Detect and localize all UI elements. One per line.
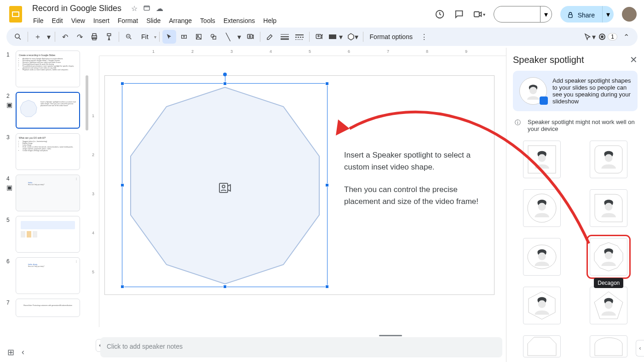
menu-format[interactable]: Format (114, 15, 142, 26)
menu-insert[interactable]: Insert (90, 15, 113, 26)
record-icon[interactable] (598, 30, 606, 44)
redo-button[interactable]: ↷ (73, 30, 86, 44)
svg-rect-6 (569, 15, 572, 18)
mask-shape-icon[interactable]: ▾ (327, 30, 345, 44)
motion-icon[interactable]: ▾ (583, 30, 597, 44)
image-tool-icon[interactable] (192, 30, 206, 44)
svg-point-18 (249, 35, 250, 37)
slide-canvas[interactable]: Insert a Speaker spotlight to select a c… (104, 75, 494, 295)
resize-handle[interactable] (121, 82, 124, 85)
line-dropdown-icon[interactable]: ▾ (236, 30, 242, 44)
menu-help[interactable]: Help (259, 15, 280, 26)
speaker-spotlight-tool-icon[interactable] (243, 30, 257, 44)
comments-icon[interactable] (454, 9, 465, 20)
info-icon: ⓘ (515, 119, 523, 132)
collapse-filmstrip-icon[interactable]: ‹ (22, 347, 24, 357)
border-color-icon[interactable] (263, 30, 277, 44)
title-area: Record in Google Slides ☆ ☁ File Edit Vi… (29, 3, 280, 26)
star-icon[interactable]: ☆ (131, 4, 138, 13)
resize-handle[interactable] (121, 285, 124, 288)
menu-bar: File Edit View Insert Format Slide Arran… (29, 15, 280, 26)
search-menus-icon[interactable] (11, 30, 25, 44)
shape-decagon[interactable]: Decagon (590, 238, 627, 276)
resize-handle[interactable] (325, 183, 329, 187)
slide-thumbnail-5[interactable] (16, 216, 80, 253)
slide-thumbnail-2[interactable]: Insert a Speaker spotlight to select a c… (16, 92, 80, 129)
slide-thumbnail-6[interactable]: Hello, AndyHow can I help you today?⋮ (16, 257, 80, 294)
shape-square[interactable] (523, 141, 561, 178)
slideshow-dropdown-icon[interactable]: ▾ (540, 6, 552, 22)
side-panel-toggle-icon[interactable]: ‹ (636, 340, 644, 356)
zoom-out-icon[interactable] (122, 30, 136, 44)
select-tool-icon[interactable] (162, 30, 176, 44)
svg-marker-31 (20, 100, 37, 117)
resize-handle[interactable] (325, 82, 329, 85)
textbox-tool-icon[interactable] (177, 30, 191, 44)
menu-file[interactable]: File (29, 15, 47, 26)
undo-button[interactable]: ↶ (58, 30, 72, 44)
border-weight-icon[interactable] (278, 30, 292, 44)
notes-resize-handle[interactable] (379, 335, 402, 336)
menu-slide[interactable]: Slide (143, 15, 164, 26)
border-dash-icon[interactable] (293, 30, 306, 44)
resize-handle[interactable] (325, 285, 329, 288)
menu-extensions[interactable]: Extensions (220, 15, 259, 26)
menu-edit[interactable]: Edit (48, 15, 67, 26)
canvas[interactable]: 123456789 12345 Insert a Speaker spotlig… (89, 48, 506, 362)
line-tool-icon[interactable]: ╲ (221, 30, 235, 44)
menu-tools[interactable]: Tools (196, 15, 219, 26)
sidebar-info-box: Add speaker spotlight shapes to your sli… (513, 71, 638, 111)
filmstrip[interactable]: 1 Create a recording in Google SlidesAva… (0, 48, 89, 362)
svg-rect-9 (92, 34, 96, 36)
shape-octagon-cut[interactable] (523, 335, 561, 357)
shape-hexagon[interactable] (523, 287, 561, 324)
presence-badge[interactable]: 1 (608, 33, 617, 40)
menu-arrange[interactable]: Arrange (165, 15, 196, 26)
svg-marker-28 (348, 34, 354, 40)
shape-rounded-corner[interactable] (590, 189, 627, 227)
paint-format-icon[interactable] (102, 30, 116, 44)
share-button[interactable]: Share ▾ (560, 6, 614, 23)
history-icon[interactable] (434, 9, 445, 20)
meet-icon[interactable]: ▾ (473, 9, 485, 20)
grid-view-icon[interactable]: ⊞ (7, 347, 14, 357)
resize-handle[interactable] (223, 82, 227, 85)
new-slide-button[interactable]: ＋ (31, 30, 45, 44)
shape-rounded-square[interactable] (590, 141, 627, 178)
shape-arch[interactable] (590, 335, 627, 357)
share-dropdown-icon[interactable]: ▾ (602, 6, 614, 23)
slideshow-button[interactable]: Slideshow ▾ (494, 6, 552, 23)
rotation-handle[interactable] (223, 73, 227, 76)
shape-circle[interactable] (523, 189, 561, 227)
more-tools-icon[interactable]: ⋮ (417, 30, 431, 44)
replace-shape-icon[interactable] (312, 30, 326, 44)
slide-thumbnail-3[interactable]: What can you DO with AI?Suggest ideas (i… (16, 133, 80, 170)
svg-point-37 (529, 87, 537, 94)
new-slide-dropdown-icon[interactable]: ▾ (46, 30, 52, 44)
shape-tool-icon[interactable] (207, 30, 220, 44)
selected-shape[interactable] (122, 83, 328, 287)
print-icon[interactable] (87, 30, 101, 44)
slide-thumbnail-1[interactable]: Create a recording in Google SlidesAvail… (16, 51, 80, 87)
move-icon[interactable] (143, 4, 150, 13)
cloud-status-icon[interactable]: ☁ (156, 4, 163, 13)
speaker-notes[interactable]: Click to add speaker notes (100, 337, 502, 357)
filmstrip-scrollbar[interactable] (86, 75, 88, 130)
document-title[interactable]: Record in Google Slides (29, 3, 124, 14)
slide-thumbnail-4[interactable]: Hello.How can I help you today?⋮ (16, 175, 80, 211)
shape-oval[interactable] (523, 238, 561, 276)
hide-menus-icon[interactable]: ⌃ (619, 30, 633, 44)
resize-handle[interactable] (121, 183, 124, 187)
menu-view[interactable]: View (68, 15, 89, 26)
shape-pentagon[interactable] (590, 287, 627, 324)
zoom-level[interactable]: Fit (138, 33, 152, 40)
user-avatar[interactable] (622, 7, 637, 22)
format-options-button[interactable]: Format options (366, 33, 416, 40)
app-header: Record in Google Slides ☆ ☁ File Edit Vi… (0, 0, 644, 26)
close-icon[interactable]: ✕ (630, 54, 638, 65)
slide-thumbnail-7[interactable]: Shared fate: Protecting customers with g… (16, 299, 80, 317)
shape-type-icon[interactable]: ▾ (345, 30, 360, 44)
slides-logo-icon (7, 6, 24, 23)
slide-body-text[interactable]: Insert a Speaker spotlight to select a c… (344, 149, 491, 218)
header-right: ▾ Slideshow ▾ Share ▾ (434, 6, 637, 23)
